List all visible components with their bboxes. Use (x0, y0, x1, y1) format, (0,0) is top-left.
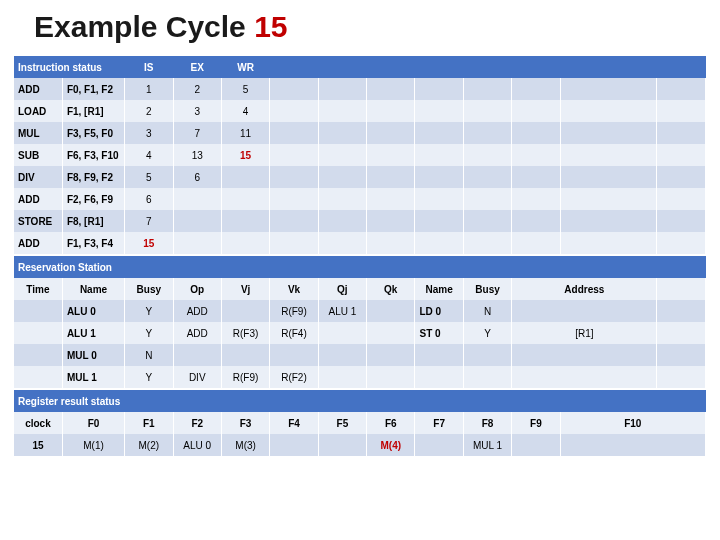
title-prefix: Example Cycle (34, 10, 254, 43)
reservation-row: ALU 0YADDR(F9)ALU 1LD 0N (14, 300, 706, 322)
instruction-row: LOADF1, [R1]234 (14, 100, 706, 122)
instruction-row: ADDF2, F6, F96 (14, 188, 706, 210)
reservation-station-header: Reservation Station (14, 255, 706, 278)
instruction-row: STOREF8, [R1]7 (14, 210, 706, 232)
register-row: 15M(1)M(2)ALU 0M(3)M(4)MUL 1 (14, 434, 706, 456)
reservation-row: ALU 1YADDR(F3)R(F4)ST 0Y[R1] (14, 322, 706, 344)
instruction-status-header: Instruction status (14, 55, 125, 78)
register-result-header: Register result status (14, 389, 706, 412)
instruction-row: ADDF0, F1, F2125 (14, 78, 706, 100)
instruction-row: ADDF1, F3, F415 (14, 232, 706, 255)
reservation-row: MUL 0N (14, 344, 706, 366)
reservation-row: MUL 1YDIVR(F9)R(F2) (14, 366, 706, 389)
instruction-row: MULF3, F5, F03711 (14, 122, 706, 144)
instruction-row: DIVF8, F9, F256 (14, 166, 706, 188)
slide-title: Example Cycle 15 (34, 10, 706, 44)
title-accent: 15 (254, 10, 287, 43)
main-table: Instruction statusISEXWRADDF0, F1, F2125… (14, 54, 706, 456)
instruction-row: SUBF6, F3, F1041315 (14, 144, 706, 166)
